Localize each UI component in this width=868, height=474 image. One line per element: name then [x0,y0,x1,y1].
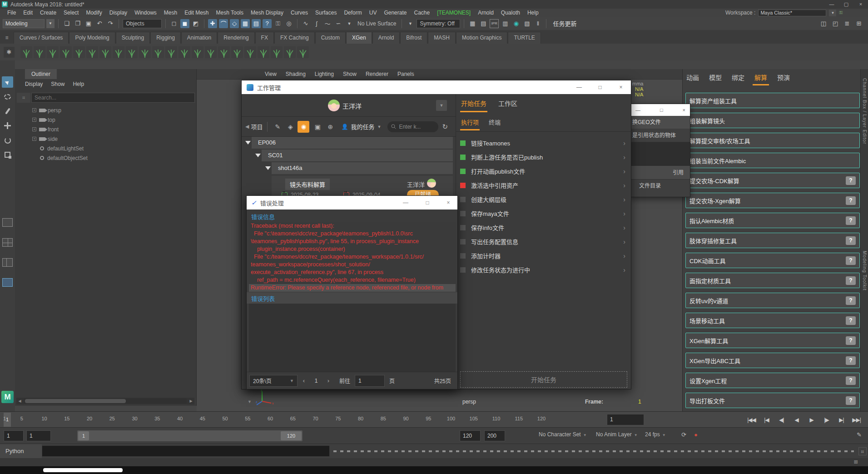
outliner-row[interactable]: + persp [15,105,196,115]
shelf-tab[interactable]: XGen [346,32,372,44]
workspace-lock-icon[interactable]: ⚿ [839,10,843,15]
outliner-row[interactable]: + defaultObjectSet [15,153,196,163]
outliner-hscrollbar[interactable]: ◀ ▶ [16,398,194,404]
render-settings-icon[interactable]: ▥ [501,19,510,28]
step-expand-icon[interactable]: › [623,238,625,245]
menu-item[interactable]: Windows [131,10,160,16]
menu-item[interactable]: Deform [340,10,365,16]
playback-button[interactable]: ▶| [834,413,849,427]
xgen-shelf-tool-icon[interactable] [165,46,177,58]
tool-button[interactable]: XGen导出ABC工具 ? [685,353,860,368]
window-close-icon[interactable]: × [853,1,868,7]
outliner-toggle-icon[interactable]: ◫ [819,19,828,28]
mini-close-icon[interactable]: × [683,107,685,113]
xgen-shelf-tool-icon[interactable] [258,46,269,58]
step-expand-icon[interactable]: › [623,266,625,274]
scroll-right-icon[interactable]: ▶ [188,399,194,403]
viewport-menu-item[interactable]: View [265,71,277,77]
xgen-shelf-tool-icon[interactable] [297,46,309,58]
shelf-tab[interactable]: FX Caching [274,32,315,44]
current-page[interactable]: 1 [310,378,322,384]
snap-grid-icon[interactable]: ✚ [208,19,217,28]
start-task-button[interactable]: 开始任务 [460,371,627,388]
err-maximize-icon[interactable]: □ [418,196,436,210]
menu-item[interactable]: Edit Mesh [181,10,212,16]
wm-subtab[interactable]: 执行项 [461,118,479,130]
select-tool-icon[interactable] [2,76,13,88]
tools-panel-tab[interactable]: 动画 [686,73,699,85]
grid-toggle-icon[interactable]: ⊞ [854,459,858,465]
tool-button[interactable]: 肢体穿插修复工具 ? [685,233,860,248]
menu-item[interactable]: Curves [287,10,312,16]
lock-selection-icon[interactable]: ⚿ [273,19,283,28]
execution-step-row[interactable]: 写出任务配置信息 › [456,235,632,249]
rotate-tool-icon[interactable] [2,135,13,146]
command-language-toggle[interactable]: Python [0,444,42,459]
tree-row-episode[interactable]: EP006 [252,137,453,149]
xgen-shelf-tool-icon[interactable] [244,46,256,58]
mini-maximize-icon[interactable]: □ [660,107,663,113]
fps-select[interactable]: 24 fps▼ [645,431,666,438]
shelf-tab[interactable]: Rendering [218,32,254,44]
tool-button[interactable]: 面指定材质工具 ? [685,273,860,288]
tool-button[interactable]: XGen解算工具 ? [685,333,860,348]
move-tool-icon[interactable] [2,120,13,131]
outliner-row[interactable]: + top [15,115,196,125]
playback-button[interactable]: ◀ [789,413,804,427]
shelf-tab[interactable]: Sculpting [116,32,150,44]
select-hierarchy-icon[interactable]: ◻ [169,19,179,28]
tools-panel-tab[interactable]: 绑定 [732,73,744,85]
help-icon[interactable]: ? [846,336,856,345]
range-end-handle[interactable]: 120 [281,431,302,440]
wm-close-icon[interactable]: × [612,80,630,94]
tool-button[interactable]: 组装当前文件Alembic ? [685,153,860,168]
layout-outliner-persp-icon[interactable] [2,278,13,287]
tool-button[interactable]: 提交农场-CDK解算 ? [685,173,860,188]
anim-layer-select[interactable]: No Anim Layer▼ [596,431,638,438]
new-scene-icon[interactable]: ❏ [62,19,71,28]
xgen-shelf-tool-icon[interactable] [60,46,72,58]
window-minimize-icon[interactable]: — [824,1,839,7]
tools-panel-tab[interactable]: 模型 [709,73,722,85]
viewport-menu-item[interactable]: Panels [397,71,414,77]
tree-row-sequence[interactable]: SC01 [262,150,453,161]
menu-set-select[interactable]: Modeling [3,19,45,28]
command-input[interactable] [42,445,330,457]
paint-select-tool-icon[interactable] [2,105,13,117]
wm-tab[interactable]: 开始任务 [461,99,486,112]
user-dropdown-icon[interactable]: ▼ [436,100,447,111]
wm-minimize-icon[interactable]: — [570,80,588,94]
lasso-tool-icon[interactable] [2,91,13,102]
xgen-shelf-tool-icon[interactable] [192,46,203,58]
script-editor-icon[interactable]: ⌗ [858,447,867,455]
menu-item[interactable]: UV [366,10,381,16]
snap-projected-icon[interactable]: ▦ [241,19,250,28]
snap-curve-icon[interactable]: ⌒ [219,19,228,28]
channel-value[interactable]: N/A [632,92,682,97]
step-expand-icon[interactable]: › [623,196,625,203]
tool-button[interactable]: 设置Xgen工程 ? [685,373,860,388]
brush-filter-icon[interactable]: ✎ [272,123,283,130]
execution-step-row[interactable]: 判断上游任务是否已publish › [456,150,632,164]
tool-button[interactable]: 场景移动工具 ? [685,313,860,328]
highlight-selection-icon[interactable]: ◎ [284,19,293,28]
task-update-button[interactable]: 任务更新 [550,19,579,28]
mini-minimize-icon[interactable]: — [635,107,640,113]
snap-view-plane-icon[interactable]: ▤ [252,19,261,28]
shelf-tab[interactable]: Bifrost [400,32,427,44]
expand-icon[interactable]: + [32,137,36,141]
range-slider-track[interactable]: 1 120 [77,430,303,441]
step-expand-icon[interactable]: › [623,140,625,147]
shelf-tab[interactable]: Custom [315,32,346,44]
shot-filter-button[interactable]: ◉ [298,121,309,133]
video-filter-icon[interactable]: ▣ [312,123,323,130]
shelf-tab[interactable]: Motion Graphics [456,32,507,44]
shelf-tab[interactable]: FX [255,32,274,44]
globe-filter-icon[interactable]: ⊕ [325,123,336,130]
back-chevron-icon[interactable]: ◀ [245,124,249,130]
playback-end-field[interactable]: 120 [460,430,481,441]
menu-item[interactable]: Select [60,10,82,16]
layers-filter-icon[interactable]: ◈ [285,123,296,130]
my-tasks-select[interactable]: 👤 我的任务 ▼ [337,121,385,133]
outliner-row[interactable]: + front [15,125,196,134]
